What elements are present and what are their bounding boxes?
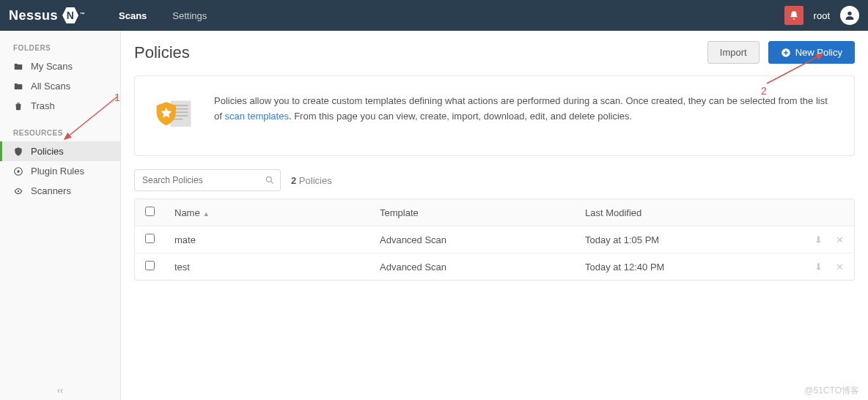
sidebar-item-trash[interactable]: Trash [0, 96, 120, 116]
result-count: 2 Policies [291, 175, 332, 186]
policies-table: Name▲ Template Last Modified mate Advanc… [134, 199, 855, 281]
delete-icon[interactable]: ✕ [836, 234, 844, 245]
watermark: @51CTO博客 [804, 385, 859, 397]
search-input[interactable] [134, 169, 281, 191]
svg-rect-10 [173, 119, 183, 120]
search-bar: 2 Policies [134, 169, 855, 191]
notifications-button[interactable] [784, 6, 803, 25]
sidebar-item-my-scans[interactable]: My Scans [0, 56, 120, 76]
info-text: Policies allow you to create custom temp… [214, 94, 836, 138]
username[interactable]: root [814, 10, 830, 21]
scan-templates-link[interactable]: scan templates [224, 111, 288, 122]
export-icon[interactable]: ⬇ [814, 234, 823, 245]
new-policy-button[interactable]: New Policy [768, 41, 855, 64]
page-header: Policies Import New Policy [134, 41, 855, 64]
sidebar-item-label: Plugin Rules [31, 166, 84, 177]
new-policy-label: New Policy [795, 47, 842, 58]
sidebar-item-plugin-rules[interactable]: Plugin Rules [0, 161, 120, 181]
select-all-checkbox[interactable] [145, 207, 155, 216]
policies-hero-icon [152, 94, 196, 138]
col-template[interactable]: Template [380, 207, 585, 218]
search-box [134, 169, 281, 191]
annotation-2: 2 [761, 85, 767, 97]
col-name[interactable]: Name▲ [174, 207, 380, 218]
nav-scans[interactable]: Scans [119, 10, 147, 21]
svg-point-3 [18, 190, 19, 191]
top-nav: Scans Settings [119, 10, 207, 21]
scanner-icon [13, 186, 23, 196]
top-bar: Nessus N ™ Scans Settings root [0, 0, 868, 31]
cell-modified: Today at 1:05 PM [585, 234, 792, 245]
row-checkbox[interactable] [145, 234, 155, 243]
plus-circle-icon [781, 48, 791, 58]
svg-point-11 [266, 177, 271, 182]
sidebar-item-label: Trash [31, 100, 55, 111]
sidebar: FOLDERS My Scans All Scans Trash RESOURC… [0, 31, 121, 400]
cell-template: Advanced Scan [380, 262, 585, 273]
cell-modified: Today at 12:40 PM [585, 262, 792, 273]
top-right: root [784, 6, 859, 25]
table-header: Name▲ Template Last Modified [135, 199, 854, 226]
sidebar-item-scanners[interactable]: Scanners [0, 181, 120, 201]
page-title: Policies [134, 43, 190, 62]
plugin-icon [13, 166, 23, 177]
search-icon [265, 175, 275, 185]
cell-template: Advanced Scan [380, 234, 585, 245]
table-row[interactable]: test Advanced Scan Today at 12:40 PM ⬇✕ [135, 253, 854, 280]
cell-name: mate [174, 234, 380, 245]
folder-icon [13, 62, 23, 72]
info-panel: Policies allow you to create custom temp… [134, 75, 855, 156]
bell-icon [789, 10, 799, 21]
annotation-1: 1 [114, 92, 120, 103]
cell-name: test [174, 262, 380, 273]
sidebar-resources-header: RESOURCES [0, 126, 120, 141]
nav-settings[interactable]: Settings [172, 10, 207, 21]
svg-point-2 [17, 170, 20, 173]
user-menu[interactable] [840, 6, 859, 25]
import-button[interactable]: Import [707, 41, 760, 64]
sidebar-item-label: Scanners [31, 185, 71, 196]
shield-icon [13, 147, 23, 157]
svg-point-0 [847, 12, 851, 15]
col-modified[interactable]: Last Modified [585, 207, 792, 218]
sidebar-item-label: All Scans [31, 81, 70, 92]
trash-icon [13, 101, 23, 111]
sidebar-item-all-scans[interactable]: All Scans [0, 76, 120, 96]
folder-icon [13, 81, 23, 92]
sidebar-collapse[interactable]: ‹‹ [0, 385, 120, 396]
brand-text: Nessus [9, 8, 58, 23]
content-area: Policies Import New Policy Policies a [121, 31, 868, 400]
sidebar-item-label: Policies [31, 146, 64, 157]
brand-badge: N [62, 7, 78, 23]
sort-asc-icon: ▲ [203, 210, 210, 218]
delete-icon[interactable]: ✕ [836, 262, 844, 273]
sidebar-item-policies[interactable]: Policies [0, 141, 120, 161]
sidebar-item-label: My Scans [31, 61, 73, 72]
trademark: ™ [80, 12, 86, 17]
user-icon [844, 10, 856, 21]
sidebar-folders-header: FOLDERS [0, 41, 120, 56]
row-checkbox[interactable] [145, 261, 155, 270]
brand-logo: Nessus N ™ [9, 7, 119, 23]
table-row[interactable]: mate Advanced Scan Today at 1:05 PM ⬇✕ [135, 226, 854, 253]
export-icon[interactable]: ⬇ [814, 262, 823, 273]
